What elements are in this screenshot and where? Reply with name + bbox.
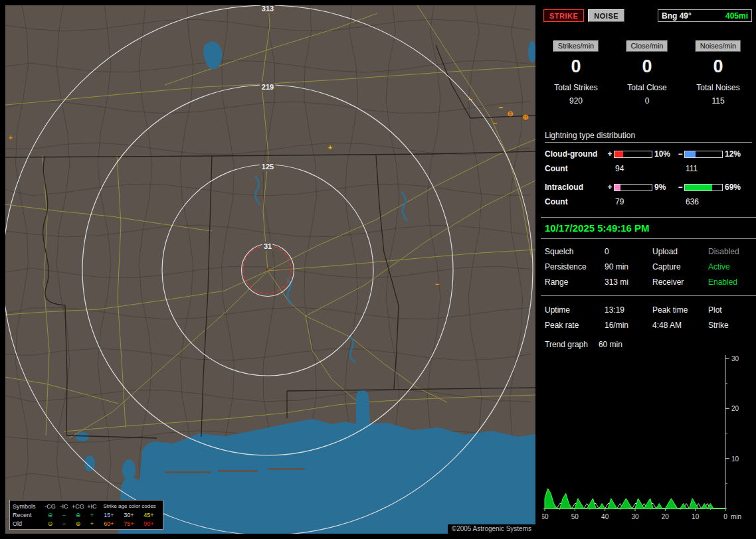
plus-sign: + xyxy=(606,183,614,192)
ic-plus-count: 79 xyxy=(614,197,676,206)
range-ring-label: 125 xyxy=(262,163,274,171)
ic-minus-pct: 69% xyxy=(723,183,747,192)
legend-recent-row: Recent ⊖ − ⊕ + 15+ 30+ 45+ xyxy=(13,510,160,519)
count-label: Count xyxy=(545,164,606,173)
count-label: Count xyxy=(545,197,606,206)
age-code: 60+ xyxy=(99,520,119,528)
neg-ic-symbol: − xyxy=(57,520,71,528)
cg-plus-bar-fill xyxy=(614,151,623,157)
legend-row-label: Old xyxy=(13,520,43,528)
trend-header: Trend graph 60 min xyxy=(545,340,752,349)
strike-symbol: + xyxy=(328,143,332,151)
rate-columns: Strikes/min 0 Total Strikes 920 Close/mi… xyxy=(543,40,751,106)
persistence-value: 90 min xyxy=(605,262,652,271)
noises-per-min-value: 0 xyxy=(713,56,723,77)
noise-mode-button[interactable]: NOISE xyxy=(588,9,624,22)
noises-per-min-chip: Noises/min xyxy=(696,40,741,52)
legend-type-header: +IC xyxy=(85,502,99,510)
strike-symbol: − xyxy=(435,280,439,288)
cg-minus-bar xyxy=(684,151,723,158)
cg-minus-bar-fill xyxy=(685,151,696,157)
squelch-value: 0 xyxy=(605,247,652,256)
trend-graph-label: Trend graph xyxy=(545,340,588,349)
status-panel: STRIKE NOISE Bng 49° 405mi Strikes/min 0… xyxy=(541,0,756,539)
ic-minus-count: 636 xyxy=(684,197,699,206)
copyright: ©2005 Astrogenic Systems xyxy=(448,524,535,534)
svg-text:0: 0 xyxy=(723,513,727,520)
svg-text:20: 20 xyxy=(731,405,739,412)
plus-sign: + xyxy=(606,149,614,159)
persistence-label: Persistence xyxy=(545,262,605,271)
cg-plus-count: 94 xyxy=(614,164,676,173)
total-noises-label: Total Noises xyxy=(696,83,739,92)
strike-symbol: − xyxy=(468,96,472,104)
map-legend: Symbols -CG -IC +CG +IC Strike age color… xyxy=(9,500,163,530)
range-ring-label: 31 xyxy=(264,242,272,250)
plot-value: Strike xyxy=(708,321,752,330)
datetime-text: 10/17/2025 5:49:16 PM xyxy=(545,222,650,234)
strike-mode-button[interactable]: STRIKE xyxy=(543,9,584,22)
pos-cg-symbol: ⊕ xyxy=(71,520,85,528)
age-code: 90+ xyxy=(139,520,159,528)
cg-plus-bar xyxy=(614,151,652,158)
legend-type-header: +CG xyxy=(71,502,85,510)
peak-rate-value: 16/min xyxy=(605,321,652,330)
bearing-range: 405mi xyxy=(725,11,748,21)
upload-value: Disabled xyxy=(708,247,752,256)
uptime-value: 13:19 xyxy=(605,305,652,315)
range-label: Range xyxy=(545,277,605,287)
intracloud-row: Intracloud + 9% − 69% xyxy=(545,183,756,192)
svg-text:min: min xyxy=(731,513,741,520)
svg-text:50: 50 xyxy=(571,513,579,520)
peak-time-label: Peak time xyxy=(652,305,708,315)
svg-text:30: 30 xyxy=(631,513,639,520)
cg-minus-pct: 12% xyxy=(723,149,747,159)
receiver-label: Receiver xyxy=(652,277,708,287)
peak-rate-label: Peak rate xyxy=(545,321,605,330)
total-strikes-value: 920 xyxy=(569,96,583,106)
cg-plus-pct: 10% xyxy=(652,149,676,159)
strikes-per-min-value: 0 xyxy=(571,56,581,77)
cloud-ground-row: Cloud-ground + 10% − 12% xyxy=(545,149,756,159)
svg-text:40: 40 xyxy=(601,513,609,520)
age-code: 75+ xyxy=(119,520,139,528)
age-code: 15+ xyxy=(99,511,119,519)
strike-symbol: − xyxy=(493,119,497,127)
neg-ic-symbol: − xyxy=(57,511,71,519)
intracloud-label: Intracloud xyxy=(545,183,606,192)
ic-plus-pct: 9% xyxy=(652,183,676,192)
range-ring-label: 313 xyxy=(262,5,274,13)
age-code: 45+ xyxy=(139,511,159,519)
squelch-label: Squelch xyxy=(545,247,605,256)
plot-label: Plot xyxy=(708,305,752,315)
intracloud-count-row: Count 79 636 xyxy=(545,197,756,206)
ic-minus-bar xyxy=(684,184,723,191)
mode-toolbar: STRIKE NOISE Bng 49° 405mi xyxy=(543,9,752,22)
noises-rate-column: Noises/min 0 Total Noises 115 xyxy=(686,40,751,106)
svg-text:60: 60 xyxy=(542,513,549,520)
strike-map[interactable]: 313 219 125 31 ++−⊖⊕−−− Symbols -CG -IC … xyxy=(5,5,535,534)
minus-sign: − xyxy=(676,149,684,159)
legend-age-header: Strike age color codes xyxy=(99,502,160,510)
capture-value: Active xyxy=(708,262,752,271)
receiver-value: Enabled xyxy=(708,277,752,287)
cg-minus-count: 111 xyxy=(684,164,698,173)
bearing-display: Bng 49° 405mi xyxy=(658,9,752,22)
pos-ic-symbol: + xyxy=(85,511,99,519)
strike-symbol: ⊕ xyxy=(522,113,528,121)
strike-map-canvas[interactable]: 313 219 125 31 ++−⊖⊕−−− xyxy=(5,5,535,534)
section-divider xyxy=(541,295,756,296)
svg-text:10: 10 xyxy=(692,513,700,520)
cloud-ground-label: Cloud-ground xyxy=(545,149,606,159)
legend-symbols-header: Symbols xyxy=(13,502,43,510)
ic-plus-bar xyxy=(614,184,652,191)
trend-window-value: 60 min xyxy=(599,340,622,349)
range-ring-label: 219 xyxy=(262,83,274,91)
total-close-label: Total Close xyxy=(627,83,666,92)
strike-symbol: + xyxy=(9,133,13,141)
trend-graph: 1020306050403020100min xyxy=(542,352,753,531)
legend-type-header: -CG xyxy=(43,502,57,510)
age-code: 30+ xyxy=(119,511,139,519)
ic-plus-bar-fill xyxy=(614,185,620,191)
minus-sign: − xyxy=(676,183,684,192)
